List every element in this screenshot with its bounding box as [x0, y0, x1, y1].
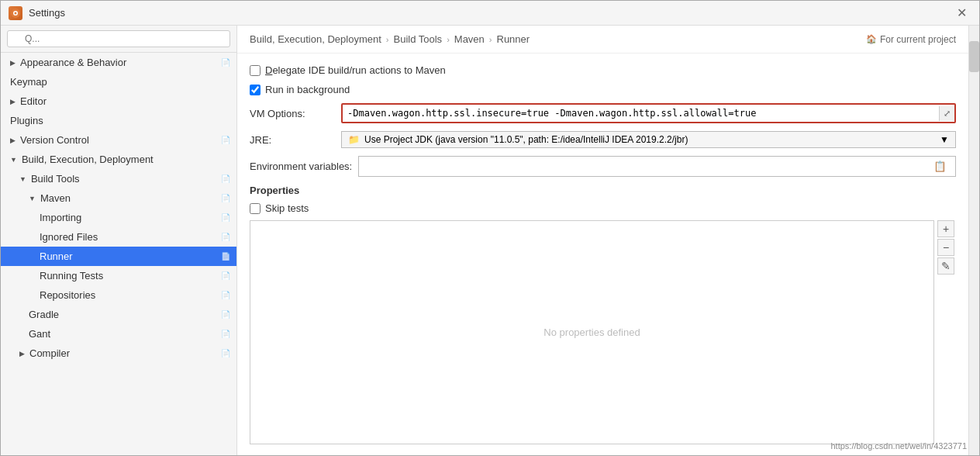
sidebar-item-editor[interactable]: ▶ Editor — [1, 92, 236, 111]
search-box: 🔍 — [1, 26, 236, 53]
sidebar-item-running-tests[interactable]: Running Tests 📄 — [1, 266, 236, 285]
sidebar-item-keymap[interactable]: Keymap — [1, 72, 236, 92]
sidebar-item-label: Keymap — [10, 76, 47, 88]
sidebar-item-label: Maven — [40, 192, 71, 204]
breadcrumb-sep-2: › — [447, 35, 450, 44]
sidebar-item-label: Runner — [40, 250, 73, 262]
page-icon: 📄 — [221, 252, 230, 261]
delegate-label: Delegate IDE build/run actions to Maven — [265, 64, 446, 76]
jre-select[interactable]: 📁 Use Project JDK (java version "11.0.5"… — [341, 131, 956, 148]
vm-options-label: VM Options: — [250, 108, 335, 119]
page-icon: 📄 — [221, 349, 230, 358]
sidebar-item-label: Appearance & Behavior — [20, 57, 126, 68]
jdk-folder-icon: 📁 — [348, 134, 360, 145]
skip-tests-checkbox[interactable] — [250, 203, 261, 214]
edit-property-button[interactable]: ✎ — [937, 257, 954, 275]
delegate-checkbox-row: Delegate IDE build/run actions to Maven — [250, 64, 956, 76]
sidebar-item-maven[interactable]: ▼ Maven 📄 — [1, 188, 236, 208]
right-scrollbar[interactable] — [968, 26, 979, 455]
sidebar-item-importing[interactable]: Importing 📄 — [1, 208, 236, 227]
sidebar-item-label: Build Tools — [31, 173, 80, 185]
skip-tests-label-text: Skip tests — [265, 202, 309, 214]
sidebar-item-label: Ignored Files — [40, 231, 98, 243]
breadcrumb: Build, Execution, Deployment › Build Too… — [237, 26, 968, 54]
project-icon: 🏠 — [866, 34, 877, 44]
expand-arrow: ▶ — [10, 98, 16, 105]
skip-tests-row: Skip tests — [250, 202, 956, 214]
jre-row: JRE: 📁 Use Project JDK (java version "11… — [250, 131, 956, 148]
title-bar: Settings ✕ — [1, 1, 979, 26]
sidebar-item-gradle[interactable]: Gradle 📄 — [1, 305, 236, 324]
sidebar-item-build-tools[interactable]: ▼ Build Tools 📄 — [1, 169, 236, 188]
add-property-button[interactable]: + — [937, 220, 954, 237]
window-title: Settings — [29, 7, 65, 19]
page-icon: 📄 — [221, 213, 230, 222]
breadcrumb-item-2: Build Tools — [393, 33, 442, 45]
sidebar-item-appearance[interactable]: ▶ Appearance & Behavior 📄 — [1, 53, 236, 72]
vm-expand-button[interactable]: ⤢ — [939, 106, 954, 121]
page-icon: 📄 — [221, 174, 230, 183]
sidebar-item-label: Build, Execution, Deployment — [22, 154, 154, 165]
page-icon: 📄 — [221, 233, 230, 241]
sidebar-item-repositories[interactable]: Repositories 📄 — [1, 285, 236, 305]
page-icon: 📄 — [221, 194, 230, 202]
properties-title: Properties — [250, 185, 956, 196]
expand-arrow: ▶ — [19, 350, 25, 358]
table-action-buttons: + − ✎ — [937, 220, 956, 444]
properties-empty-message: No properties defined — [250, 221, 933, 444]
properties-table: No properties defined — [250, 220, 934, 444]
for-project-label: 🏠 For current project — [866, 34, 956, 45]
sidebar-item-label: Repositories — [40, 289, 95, 301]
scrollbar-thumb[interactable] — [969, 41, 979, 72]
properties-section: Properties Skip tests No properties defi… — [250, 185, 956, 444]
sidebar-item-build-exec[interactable]: ▼ Build, Execution, Deployment — [1, 150, 236, 169]
search-input[interactable] — [7, 30, 230, 47]
breadcrumb-sep-1: › — [386, 35, 389, 44]
footer-url: https://blog.csdn.net/wei/in/4323771 — [830, 441, 967, 451]
sidebar: 🔍 ▶ Appearance & Behavior 📄 Keymap ▶ Edi… — [1, 26, 237, 455]
page-icon: 📄 — [221, 136, 230, 144]
run-background-checkbox[interactable] — [250, 85, 261, 95]
title-bar-left: Settings — [9, 6, 65, 20]
sidebar-item-label: Compiler — [29, 347, 70, 359]
search-wrapper: 🔍 — [7, 30, 230, 47]
run-background-label: Run in background — [265, 84, 350, 95]
sidebar-item-label: Gradle — [29, 309, 59, 320]
sidebar-item-compiler[interactable]: ▶ Compiler 📄 — [1, 344, 236, 363]
skip-tests-label: Skip tests — [265, 202, 309, 214]
delegate-checkbox[interactable] — [250, 65, 261, 76]
app-icon — [9, 6, 22, 20]
expand-arrow: ▼ — [10, 156, 17, 164]
sidebar-item-label: Running Tests — [40, 270, 103, 282]
env-vars-edit-button[interactable]: 📋 — [930, 159, 951, 174]
remove-property-button[interactable]: − — [937, 239, 954, 256]
sidebar-item-version-control[interactable]: ▶ Version Control 📄 — [1, 130, 236, 150]
sidebar-item-runner[interactable]: Runner 📄 — [1, 247, 236, 266]
env-vars-row: Environment variables: 📋 — [250, 156, 956, 177]
expand-arrow: ▶ — [10, 136, 16, 144]
vm-options-input[interactable] — [343, 105, 939, 122]
sidebar-item-label: Version Control — [20, 134, 89, 146]
vm-input-wrapper: ⤢ — [341, 103, 956, 123]
delegate-underline: D — [265, 64, 272, 76]
page-icon: 📄 — [221, 271, 230, 280]
page-icon: 📄 — [221, 330, 230, 338]
settings-form: Delegate IDE build/run actions to Maven … — [237, 54, 968, 455]
right-panel: Build, Execution, Deployment › Build Too… — [237, 26, 968, 455]
sidebar-item-ignored-files[interactable]: Ignored Files 📄 — [1, 227, 236, 247]
jre-dropdown-arrow: ▼ — [940, 134, 949, 145]
page-icon: 📄 — [221, 310, 230, 319]
env-vars-label: Environment variables: — [250, 161, 352, 172]
settings-window: Settings ✕ 🔍 ▶ Appearance & Behavior 📄 K… — [0, 0, 980, 456]
sidebar-item-plugins[interactable]: Plugins — [1, 111, 236, 130]
close-button[interactable]: ✕ — [952, 4, 971, 22]
run-background-checkbox-row: Run in background — [250, 84, 956, 95]
sidebar-item-label: Gant — [29, 328, 50, 340]
page-icon: 📄 — [221, 58, 230, 67]
sidebar-item-gant[interactable]: Gant 📄 — [1, 324, 236, 344]
sidebar-item-label: Plugins — [10, 115, 43, 126]
env-input-box[interactable]: 📋 — [358, 156, 956, 177]
sidebar-item-label: Editor — [20, 95, 47, 107]
expand-arrow: ▼ — [19, 175, 26, 183]
breadcrumb-item-1: Build, Execution, Deployment — [250, 33, 381, 45]
